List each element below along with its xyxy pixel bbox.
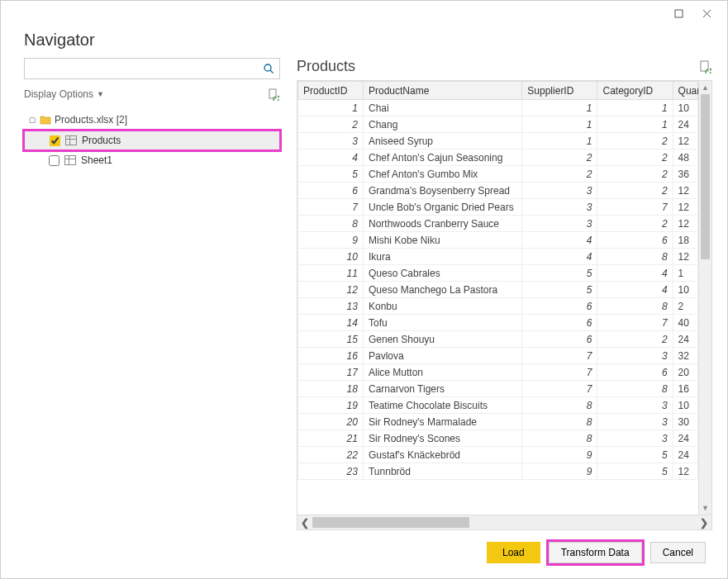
table-row[interactable]: 14Tofu6740 [298, 315, 698, 331]
display-options-dropdown[interactable]: Display Options ▼ [24, 88, 104, 100]
svg-rect-0 [675, 10, 683, 17]
cell-productid: 2 [298, 116, 364, 133]
cell-productname: Mishi Kobe Niku [363, 232, 521, 249]
table-row[interactable]: 16Pavlova7332 [298, 348, 698, 364]
table-row[interactable]: 17Alice Mutton7620 [298, 364, 698, 381]
cell-productname: Chef Anton's Cajun Seasoning [363, 149, 521, 166]
table-row[interactable]: 12Queso Manchego La Pastora5410 [298, 282, 698, 298]
table-row[interactable]: 20Sir Rodney's Marmalade8330 [298, 414, 698, 430]
cell-productname: Carnarvon Tigers [363, 381, 521, 397]
tree-checkbox-sheet1[interactable] [49, 155, 59, 166]
table-row[interactable]: 19Teatime Chocolate Biscuits8310 [298, 397, 698, 414]
cell-quantity: 2 [673, 298, 697, 315]
col-header[interactable]: ProductID [298, 82, 364, 100]
cell-categoryid: 2 [597, 331, 673, 348]
cell-categoryid: 2 [597, 149, 673, 166]
svg-point-3 [264, 64, 271, 71]
search-input[interactable] [30, 63, 263, 74]
refresh-preview-icon[interactable] [699, 60, 712, 74]
header-row: ProductID ProductName SupplierID Categor… [298, 82, 698, 100]
cell-categoryid: 7 [597, 199, 673, 216]
table-row[interactable]: 8Northwoods Cranberry Sauce3212 [298, 216, 698, 232]
table-row[interactable]: 3Aniseed Syrup1212 [298, 133, 698, 149]
cell-productid: 17 [298, 364, 364, 381]
scroll-thumb[interactable] [701, 94, 710, 259]
cell-productname: Chai [363, 100, 521, 116]
scroll-down-button[interactable]: ▼ [699, 501, 711, 515]
tree-item-sheet1[interactable]: Sheet1 [24, 150, 280, 170]
search-box[interactable] [24, 58, 280, 79]
table-row[interactable]: 7Uncle Bob's Organic Dried Pears3712 [298, 199, 698, 216]
chevron-down-icon: ▼ [97, 90, 104, 98]
close-icon [702, 9, 711, 18]
col-header[interactable]: ProductName [363, 82, 521, 100]
scroll-left-button[interactable]: ❮ [297, 515, 312, 529]
cell-supplierid: 3 [522, 216, 597, 232]
folder-icon [40, 115, 51, 125]
tree-root-file[interactable]: ▢ Products.xlsx [2] [24, 112, 280, 127]
cell-quantity: 24 [673, 447, 697, 463]
cell-quantity: 12 [673, 199, 697, 216]
tree-item-products[interactable]: Products [24, 131, 280, 150]
maximize-icon [674, 9, 683, 18]
scroll-thumb[interactable] [312, 517, 469, 528]
cell-productid: 9 [298, 232, 364, 249]
scroll-up-button[interactable]: ▲ [699, 81, 711, 94]
table-row[interactable]: 22Gustaf's Knäckebröd9524 [298, 447, 698, 463]
table-row[interactable]: 4Chef Anton's Cajun Seasoning2248 [298, 149, 698, 166]
table-row[interactable]: 9Mishi Kobe Niku4618 [298, 232, 698, 249]
cell-productid: 23 [298, 463, 364, 480]
table-row[interactable]: 1Chai1110 [298, 100, 698, 116]
cell-quantity: 12 [673, 249, 697, 265]
table-row[interactable]: 18Carnarvon Tigers7816 [298, 381, 698, 397]
load-button[interactable]: Load [487, 542, 540, 563]
table-row[interactable]: 5Chef Anton's Gumbo Mix2236 [298, 166, 698, 183]
preview-title: Products [297, 58, 355, 75]
cell-productid: 21 [298, 430, 364, 447]
scroll-track[interactable] [699, 94, 711, 501]
cell-supplierid: 4 [522, 232, 597, 249]
cell-productname: Konbu [363, 298, 521, 315]
table-row[interactable]: 21Sir Rodney's Scones8324 [298, 430, 698, 447]
table-row[interactable]: 2Chang1124 [298, 116, 698, 133]
col-header[interactable]: SupplierID [522, 82, 597, 100]
cell-categoryid: 5 [597, 463, 673, 480]
table-row[interactable]: 23Tunnbröd9512 [298, 463, 698, 480]
cell-supplierid: 1 [522, 116, 597, 133]
refresh-icon[interactable] [268, 88, 280, 101]
cell-productname: Chang [363, 116, 521, 133]
search-icon[interactable] [263, 63, 274, 74]
col-header[interactable]: Quan [673, 82, 697, 100]
scroll-right-button[interactable]: ❯ [697, 515, 711, 529]
close-button[interactable] [692, 3, 721, 23]
cell-quantity: 12 [673, 183, 697, 199]
cell-productname: Uncle Bob's Organic Dried Pears [363, 199, 521, 216]
cancel-button[interactable]: Cancel [650, 542, 706, 563]
cell-productid: 1 [298, 100, 364, 116]
col-header[interactable]: CategoryID [597, 82, 673, 100]
table-row[interactable]: 10Ikura4812 [298, 249, 698, 265]
cell-categoryid: 6 [597, 232, 673, 249]
scroll-track[interactable] [312, 515, 697, 529]
table-row[interactable]: 15Genen Shouyu6224 [298, 331, 698, 348]
transform-data-button[interactable]: Transform Data [549, 542, 642, 563]
cell-supplierid: 5 [522, 282, 597, 298]
cell-quantity: 12 [673, 216, 697, 232]
cell-categoryid: 4 [597, 265, 673, 282]
maximize-button[interactable] [664, 3, 692, 23]
cell-supplierid: 1 [522, 133, 597, 149]
table-row[interactable]: 11Queso Cabrales541 [298, 265, 698, 282]
cell-categoryid: 3 [597, 430, 673, 447]
cell-productid: 13 [298, 298, 364, 315]
cell-productid: 11 [298, 265, 364, 282]
table-row[interactable]: 6Grandma's Boysenberry Spread3212 [298, 183, 698, 199]
cell-productname: Northwoods Cranberry Sauce [363, 216, 521, 232]
cell-categoryid: 8 [597, 249, 673, 265]
horizontal-scrollbar[interactable]: ❮ ❯ [297, 515, 711, 529]
table-row[interactable]: 13Konbu682 [298, 298, 698, 315]
cell-categoryid: 8 [597, 298, 673, 315]
left-panel: Display Options ▼ ▢ Products.xlsx [2] [24, 58, 297, 530]
cell-supplierid: 1 [522, 100, 597, 116]
vertical-scrollbar[interactable]: ▲ ▼ [698, 81, 711, 515]
tree-checkbox-products[interactable] [50, 135, 60, 146]
